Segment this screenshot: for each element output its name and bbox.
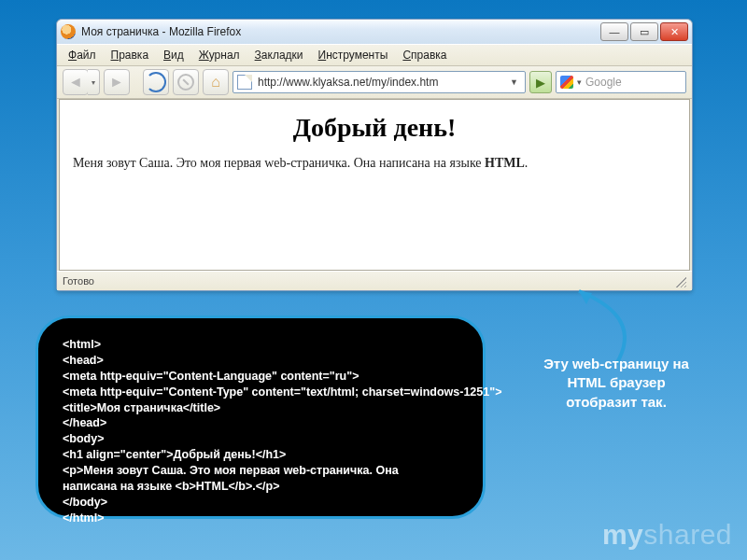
firefox-icon	[61, 24, 76, 39]
home-icon: ⌂	[211, 74, 220, 91]
code-line: <body>	[63, 431, 458, 447]
address-bar[interactable]: ▼	[233, 71, 526, 93]
page-paragraph: Меня зовут Саша. Это моя первая web-стра…	[73, 156, 676, 171]
url-dropdown-icon[interactable]: ▼	[507, 77, 521, 87]
search-placeholder: Google	[585, 76, 682, 89]
search-engine-dropdown[interactable]: ▾	[577, 77, 582, 87]
menu-help[interactable]: Справка	[395, 47, 454, 63]
google-icon	[560, 76, 573, 89]
reload-icon	[146, 72, 166, 92]
window-title: Моя страничка - Mozilla Firefox	[81, 25, 599, 38]
back-history-dropdown[interactable]: ▾	[88, 69, 100, 95]
explanation-caption: Эту web-страницу на HTML браузер отобраз…	[532, 355, 700, 412]
code-line: </body>	[63, 495, 458, 511]
watermark-strong: my	[602, 519, 643, 550]
maximize-button[interactable]: ▭	[630, 22, 658, 41]
code-line: <p>Меня зовут Саша. Это моя первая web-с…	[63, 463, 458, 479]
status-text: Готово	[63, 275, 94, 287]
code-line: <meta http-equiv="Content-Type" content=…	[63, 385, 458, 400]
reload-button[interactable]	[143, 69, 169, 95]
search-bar[interactable]: ▾ Google	[556, 71, 686, 93]
code-line: </html>	[63, 511, 458, 526]
resize-grip[interactable]	[673, 274, 686, 287]
status-bar: Готово	[57, 271, 692, 290]
svg-marker-0	[579, 291, 592, 304]
menu-view[interactable]: Вид	[156, 47, 191, 63]
page-paragraph-tail: .	[525, 156, 529, 170]
url-input[interactable]	[256, 75, 503, 90]
page-paragraph-bold: HTML	[485, 156, 525, 170]
code-line: написана на языке <b>HTML</b>.</p>	[63, 479, 458, 495]
menu-tools[interactable]: Инструменты	[311, 47, 396, 63]
window-titlebar[interactable]: Моя страничка - Mozilla Firefox — ▭ ✕	[57, 20, 692, 44]
code-line: <meta http-equiv="Content-Language" cont…	[63, 369, 458, 385]
code-line: <title>Моя страничка</title>	[63, 400, 458, 416]
forward-button[interactable]: ►	[104, 69, 130, 95]
menu-file[interactable]: Файл	[61, 47, 104, 63]
stop-button[interactable]	[173, 69, 199, 95]
watermark-light: shared	[643, 519, 732, 550]
menu-bookmarks[interactable]: Закладки	[247, 47, 311, 63]
back-button[interactable]: ◄	[63, 69, 89, 95]
close-button[interactable]: ✕	[660, 22, 688, 41]
home-button[interactable]: ⌂	[203, 69, 229, 95]
menu-history[interactable]: Журнал	[191, 47, 247, 63]
browser-window: Моя страничка - Mozilla Firefox — ▭ ✕ Фа…	[56, 19, 693, 291]
page-viewport: Добрый день! Меня зовут Саша. Это моя пе…	[59, 99, 690, 271]
code-line: <html>	[63, 337, 458, 353]
page-paragraph-text: Меня зовут Саша. Это моя первая web-стра…	[73, 156, 485, 170]
page-heading: Добрый день!	[73, 113, 676, 143]
minimize-button[interactable]: —	[600, 22, 628, 41]
code-line: <h1 align="center">Добрый день!</h1>	[63, 447, 458, 463]
code-line: </head>	[63, 415, 458, 431]
menu-edit[interactable]: Правка	[104, 47, 157, 63]
watermark: myshared	[602, 519, 732, 551]
html-source-bubble: <html> <head> <meta http-equiv="Content-…	[35, 315, 486, 519]
page-icon	[237, 75, 252, 90]
go-button[interactable]: ▶	[529, 71, 552, 93]
navigation-toolbar: ◄ ▾ ► ⌂ ▼ ▶ ▾ Google	[57, 66, 692, 99]
code-line: <head>	[63, 353, 458, 369]
window-controls: — ▭ ✕	[599, 22, 688, 41]
stop-icon	[177, 74, 194, 91]
menu-bar: Файл Правка Вид Журнал Закладки Инструме…	[57, 44, 692, 66]
